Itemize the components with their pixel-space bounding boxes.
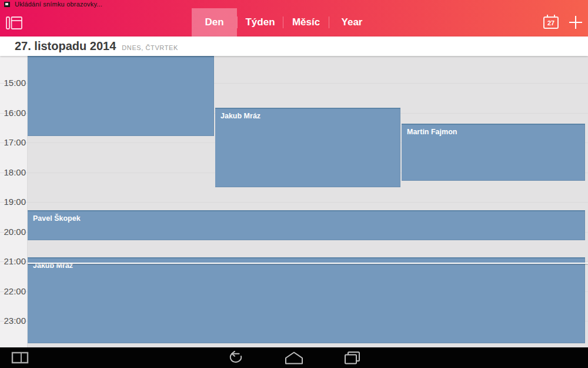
time-label: 15:00 [0, 78, 26, 88]
day-grid[interactable]: 15:0016:0017:0018:0019:0020:0021:0022:00… [0, 56, 588, 347]
time-marker-line [28, 263, 588, 264]
tab-den[interactable]: Den [192, 8, 237, 37]
date-header: 27. listopadu 2014 DNES, ČTVRTEK [0, 37, 588, 56]
calendar-event[interactable]: Jakub Mráz [215, 108, 400, 187]
event-title: Pavel Škopek [28, 211, 585, 223]
time-label: 23:00 [0, 316, 26, 326]
add-event-icon[interactable] [569, 16, 582, 29]
calendar-event[interactable]: Martin Fajmon [402, 124, 585, 181]
time-label: 22:00 [0, 286, 26, 297]
date-title: 27. listopadu 2014 [15, 39, 116, 53]
tab-year[interactable]: Year [329, 8, 375, 37]
tab-měsíc[interactable]: Měsíc [283, 8, 329, 37]
time-label: 21:00 [0, 256, 26, 267]
time-label: 17:00 [0, 137, 26, 148]
tab-týden[interactable]: Týden [238, 8, 283, 37]
today-icon-day: 27 [547, 19, 554, 26]
top-bar: Ukládání snímku obrazovky... DenTýdenMěs… [0, 0, 588, 37]
calendar-event[interactable]: Jakub Mráz [28, 257, 585, 343]
today-icon[interactable]: 27 [543, 16, 559, 29]
status-bar: Ukládání snímku obrazovky... [0, 0, 588, 8]
home-icon[interactable] [284, 351, 304, 365]
navigation-bar [0, 347, 588, 368]
view-tabs: DenTýdenMěsícYear [192, 8, 375, 37]
event-title: Jakub Mráz [28, 258, 585, 270]
calendar-app-screen: Ukládání snímku obrazovky... DenTýdenMěs… [0, 0, 588, 368]
hour-gridline [0, 202, 588, 203]
day-view-layout-icon[interactable] [6, 16, 22, 30]
event-title: Jakub Mráz [215, 109, 400, 120]
time-label: 20:00 [0, 227, 26, 237]
recents-icon[interactable] [343, 351, 362, 365]
calendar-event[interactable] [28, 56, 214, 136]
back-icon[interactable] [226, 351, 245, 365]
action-bar: DenTýdenMěsícYear 27 [0, 8, 588, 37]
status-notification-text: Ukládání snímku obrazovky... [15, 1, 102, 8]
nav-buttons [0, 347, 588, 368]
event-title: Martin Fajmon [402, 125, 585, 136]
calendar-event[interactable]: Pavel Škopek [28, 210, 585, 240]
time-label: 18:00 [0, 167, 26, 178]
action-bar-right: 27 [543, 8, 582, 37]
time-label: 16:00 [0, 108, 26, 118]
time-label: 19:00 [0, 197, 26, 207]
screenshot-notification-icon [4, 2, 10, 7]
date-subtitle: DNES, ČTVRTEK [122, 44, 178, 51]
